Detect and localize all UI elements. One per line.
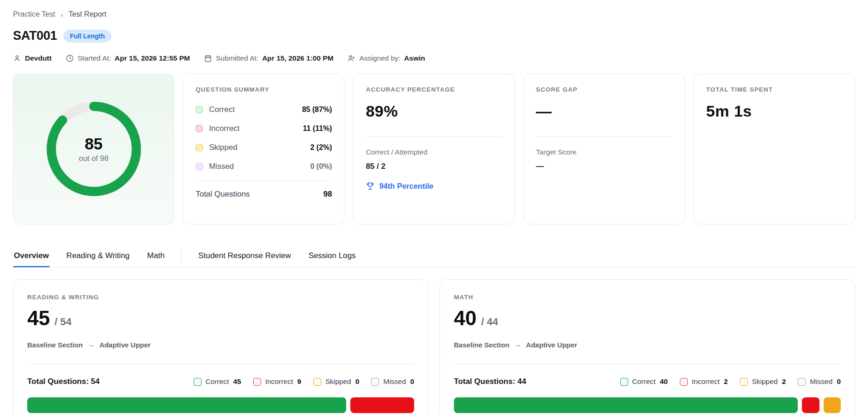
- donut-center: 85 out of 98: [45, 100, 143, 198]
- progress-segment-incorrect: [802, 397, 819, 413]
- target-score-value: —: [536, 162, 672, 171]
- legend-incorrect: Incorrect 2: [680, 377, 728, 386]
- legend-label: Missed: [810, 377, 832, 386]
- divider: [536, 136, 672, 137]
- score-gap-title: SCORE GAP: [536, 86, 672, 93]
- missed-swatch-icon: [371, 378, 379, 386]
- section-score-total: / 54: [55, 316, 72, 328]
- skipped-swatch-icon: [196, 144, 203, 151]
- flow-to: Adaptive Upper: [526, 341, 577, 349]
- percentile-link[interactable]: 94th Percentile: [366, 181, 502, 191]
- tab-reading-writing[interactable]: Reading & Writing: [66, 247, 131, 267]
- score-card: 85 out of 98: [13, 74, 174, 224]
- question-summary-card: QUESTION SUMMARY Correct 85 (87%) Incorr…: [183, 74, 344, 224]
- section-legend: Correct 45 Incorrect 9 Skipped 0: [194, 377, 414, 386]
- person-icon: [13, 54, 21, 62]
- person-add-icon: [347, 54, 355, 62]
- page-title: SAT001: [13, 29, 57, 43]
- sections-grid: READING & WRITING 45 / 54 Baseline Secti…: [13, 279, 855, 414]
- started-at-value: Apr 15, 2026 12:55 PM: [115, 54, 190, 62]
- summary-row-incorrect: Incorrect 11 (11%): [196, 124, 332, 133]
- skipped-value: 2 (2%): [310, 143, 332, 152]
- legend-value: 2: [782, 377, 786, 386]
- missed-value: 0 (0%): [310, 162, 332, 171]
- section-score: 45: [27, 308, 50, 328]
- progress-segment-correct: [27, 397, 346, 413]
- percentile-label: 94th Percentile: [379, 182, 433, 191]
- incorrect-swatch-icon: [253, 378, 261, 386]
- score-gap-value: —: [536, 102, 672, 120]
- incorrect-swatch-icon: [680, 378, 688, 386]
- section-legend: Correct 40 Incorrect 2 Skipped 2: [620, 377, 841, 386]
- progress-segment-skipped: [824, 397, 841, 413]
- tab-math[interactable]: Math: [146, 247, 165, 267]
- divider: [454, 364, 841, 364]
- legend-value: 9: [297, 377, 301, 386]
- legend-label: Skipped: [752, 377, 778, 386]
- score-gap-card: SCORE GAP — Target Score —: [524, 74, 685, 224]
- legend-value: 0: [355, 377, 360, 386]
- score-out-of: out of 98: [79, 154, 108, 163]
- accuracy-value-zone: 89%: [366, 102, 502, 136]
- correct-swatch-icon: [196, 106, 203, 113]
- time-spent-value: 5m 1s: [706, 102, 843, 120]
- total-questions-row: Total Questions 98: [196, 190, 332, 199]
- legend-label: Incorrect: [692, 377, 720, 386]
- incorrect-value: 11 (11%): [303, 124, 332, 133]
- section-title: READING & WRITING: [27, 294, 414, 301]
- summary-row-missed: Missed 0 (0%): [196, 162, 332, 171]
- incorrect-label: Incorrect: [209, 124, 239, 133]
- student-name: Devdutt: [25, 54, 52, 62]
- legend-label: Missed: [383, 377, 406, 386]
- missed-label: Missed: [209, 162, 234, 171]
- test-report-page: Practice Test › Test Report SAT001 Full …: [0, 0, 868, 414]
- progress-bar: [27, 397, 414, 413]
- breadcrumb-test-report[interactable]: Test Report: [68, 10, 106, 19]
- correct-label: Correct: [209, 105, 235, 114]
- skipped-swatch-icon: [313, 378, 321, 386]
- flow-to: Adaptive Upper: [99, 341, 151, 349]
- target-score-label: Target Score: [536, 148, 672, 156]
- flow-from: Baseline Section: [27, 341, 83, 349]
- section-totals-row: Total Questions: 54 Correct 45 Incorrect…: [27, 377, 414, 386]
- progress-segment-incorrect: [350, 397, 414, 413]
- total-score: 85: [85, 135, 103, 153]
- tab-student-response-review[interactable]: Student Response Review: [197, 247, 292, 267]
- tab-session-logs[interactable]: Session Logs: [307, 247, 356, 267]
- title-row: SAT001 Full Length: [13, 29, 855, 43]
- total-questions-label: Total Questions: [196, 190, 250, 199]
- correct-value: 85 (87%): [302, 105, 332, 114]
- legend-value: 40: [660, 377, 667, 386]
- legend-correct: Correct 40: [620, 377, 668, 386]
- progress-bar: [454, 397, 841, 413]
- missed-swatch-icon: [798, 378, 806, 386]
- section-flow: Baseline Section → Adaptive Upper: [27, 340, 414, 349]
- section-score-row: 40 / 44: [454, 308, 841, 328]
- clock-icon: [66, 54, 74, 62]
- correct-swatch-icon: [620, 378, 628, 386]
- section-totals-row: Total Questions: 44 Correct 40 Incorrect…: [454, 377, 841, 386]
- legend-correct: Correct 45: [194, 377, 241, 386]
- submitted-at-label: Submitted At:: [216, 54, 258, 62]
- full-length-badge: Full Length: [63, 30, 111, 43]
- meta-row: Devdutt Started At: Apr 15, 2026 12:55 P…: [13, 54, 855, 62]
- divider: [196, 181, 332, 181]
- question-summary-rows: Correct 85 (87%) Incorrect 11 (11%) Skip…: [196, 105, 332, 171]
- trophy-icon: [366, 181, 375, 191]
- legend-label: Skipped: [325, 377, 351, 386]
- correct-attempted-label: Correct / Attempted: [366, 148, 502, 156]
- legend-value: 0: [837, 377, 841, 386]
- skipped-swatch-icon: [740, 378, 748, 386]
- breadcrumb-practice-test[interactable]: Practice Test: [13, 10, 55, 19]
- legend-skipped: Skipped 0: [313, 377, 360, 386]
- chevron-right-icon: ›: [61, 11, 63, 19]
- flow-from: Baseline Section: [454, 341, 509, 349]
- correct-swatch-icon: [194, 378, 202, 386]
- tab-overview[interactable]: Overview: [13, 247, 50, 267]
- time-spent-card: TOTAL TIME SPENT 5m 1s: [694, 74, 855, 224]
- tab-bar: Overview Reading & Writing Math Student …: [13, 247, 855, 267]
- question-summary-title: QUESTION SUMMARY: [196, 86, 332, 93]
- tab-divider: [181, 251, 182, 263]
- summary-row-correct: Correct 85 (87%): [196, 105, 332, 114]
- reading-writing-section-card: READING & WRITING 45 / 54 Baseline Secti…: [13, 279, 428, 414]
